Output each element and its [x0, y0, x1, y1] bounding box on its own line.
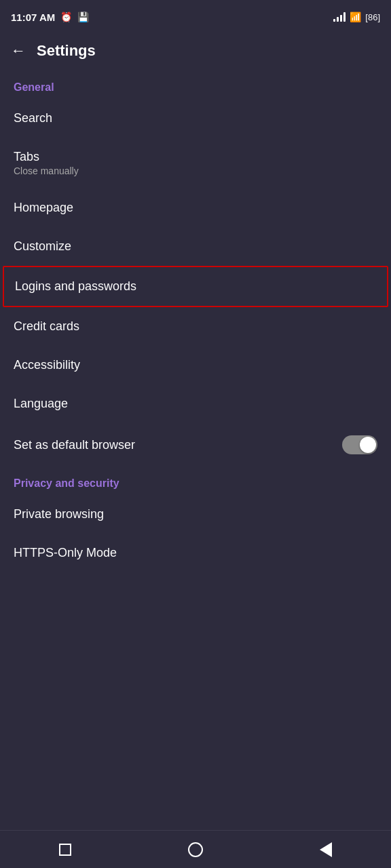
back-nav-button[interactable]: [314, 837, 338, 862]
accessibility-item-title: Accessibility: [14, 358, 377, 372]
https-only-title: HTTPS-Only Mode: [14, 546, 377, 560]
tabs-item-subtitle: Close manually: [14, 165, 377, 176]
square-icon: [59, 844, 71, 856]
status-bar-right: 📶 [86]: [333, 12, 380, 22]
settings-item-search[interactable]: Search: [0, 99, 391, 138]
tabs-item-title: Tabs: [14, 150, 377, 164]
toggle-knob: [360, 437, 376, 453]
settings-item-credit-cards[interactable]: Credit cards: [0, 307, 391, 346]
default-browser-toggle[interactable]: [342, 435, 377, 454]
triangle-icon: [320, 842, 332, 857]
customize-item-title: Customize: [14, 239, 377, 254]
settings-header: ← Settings: [0, 34, 391, 71]
default-browser-title: Set as default browser: [14, 438, 135, 452]
credit-cards-item-title: Credit cards: [14, 319, 377, 334]
square-nav-button[interactable]: [53, 837, 77, 862]
settings-item-language[interactable]: Language: [0, 384, 391, 423]
settings-item-private-browsing[interactable]: Private browsing: [0, 495, 391, 534]
homepage-item-title: Homepage: [14, 201, 377, 215]
time-display: 11:07 AM: [11, 12, 55, 23]
settings-item-accessibility[interactable]: Accessibility: [0, 346, 391, 384]
home-nav-button[interactable]: [183, 837, 208, 862]
battery-icon: [86]: [365, 12, 380, 22]
search-item-title: Search: [14, 111, 377, 125]
signal-icon: [333, 12, 346, 22]
main-content: General Search Tabs Close manually Homep…: [0, 71, 391, 599]
settings-item-customize[interactable]: Customize: [0, 227, 391, 266]
privacy-section-header: Privacy and security: [0, 467, 391, 495]
settings-item-default-browser[interactable]: Set as default browser: [0, 423, 391, 467]
circle-icon: [188, 842, 203, 857]
alarm-icon: ⏰: [60, 12, 72, 22]
page-title: Settings: [37, 42, 96, 60]
back-button[interactable]: ←: [11, 42, 26, 60]
private-browsing-title: Private browsing: [14, 507, 377, 521]
settings-item-tabs[interactable]: Tabs Close manually: [0, 138, 391, 189]
settings-item-homepage[interactable]: Homepage: [0, 189, 391, 227]
language-item-title: Language: [14, 397, 377, 411]
status-bar-left: 11:07 AM ⏰ 💾: [11, 12, 89, 23]
default-browser-row: Set as default browser: [14, 435, 377, 454]
settings-item-https-only[interactable]: HTTPS-Only Mode: [0, 534, 391, 561]
settings-item-logins[interactable]: Logins and passwords: [3, 266, 388, 307]
logins-item-title: Logins and passwords: [15, 279, 376, 294]
save-icon: 💾: [77, 12, 89, 22]
nav-bar: [0, 830, 391, 868]
general-section-header: General: [0, 71, 391, 99]
status-bar: 11:07 AM ⏰ 💾 📶 [86]: [0, 0, 391, 34]
wifi-icon: 📶: [350, 12, 361, 22]
